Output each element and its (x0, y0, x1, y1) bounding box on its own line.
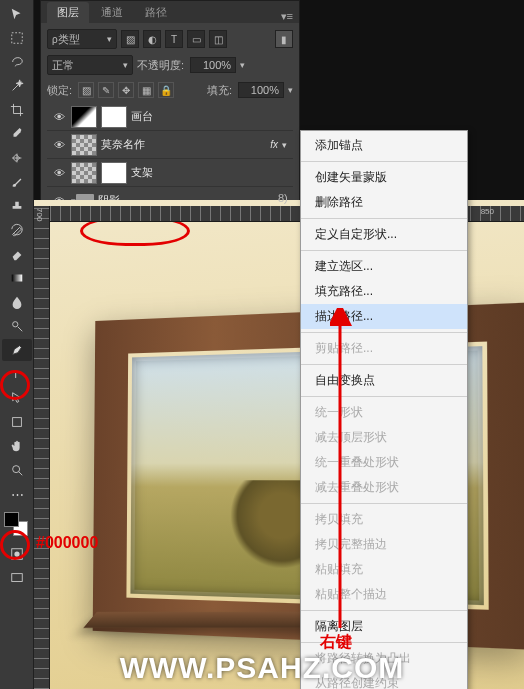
filter-pixel-icon[interactable]: ▨ (121, 30, 139, 48)
layer-row[interactable]: 👁支架 (47, 159, 293, 187)
tab-channels[interactable]: 通道 (91, 2, 133, 23)
ruler-v-num: 700 (35, 208, 44, 221)
layer-thumb (71, 106, 97, 128)
layer-filter-type[interactable]: ρ 类型▾ (47, 29, 117, 49)
ruler-h-num: 850 (481, 207, 494, 216)
lock-label: 锁定: (47, 83, 72, 98)
context-menu: 添加锚点 创建矢量蒙版 删除路径 定义自定形状... 建立选区... 填充路径.… (300, 130, 468, 689)
fx-expand-icon[interactable]: ▾ (282, 140, 287, 150)
stamp-tool[interactable] (2, 195, 32, 217)
ctx-paste-fill: 粘贴填充 (301, 557, 467, 582)
blur-tool[interactable] (2, 291, 32, 313)
lasso-tool[interactable] (2, 51, 32, 73)
filter-text-icon[interactable]: T (165, 30, 183, 48)
marquee-tool[interactable] (2, 27, 32, 49)
filter-toggle[interactable]: ▮ (275, 30, 293, 48)
svg-point-5 (13, 466, 20, 473)
layer-name: 莫奈名作 (101, 137, 270, 152)
layer-thumb (71, 134, 97, 156)
svg-rect-8 (12, 574, 23, 582)
zoom-tool[interactable] (2, 459, 32, 481)
move-tool[interactable] (2, 3, 32, 25)
ctx-sub-overlap: 减去重叠处形状 (301, 475, 467, 500)
layer-row[interactable]: 👁莫奈名作fx▾ (47, 131, 293, 159)
opacity-input[interactable]: 100% (190, 57, 236, 73)
svg-point-2 (13, 322, 18, 327)
lock-all-icon[interactable]: 🔒 (158, 82, 174, 98)
ctx-delete-path[interactable]: 删除路径 (301, 190, 467, 215)
visibility-icon[interactable]: 👁 (47, 167, 71, 179)
history-brush-tool[interactable] (2, 219, 32, 241)
ctx-copy-stroke: 拷贝完整描边 (301, 532, 467, 557)
crop-tool[interactable] (2, 99, 32, 121)
svg-rect-1 (12, 275, 23, 282)
anno-right-click: 右键 (320, 632, 352, 653)
ctx-paste-stroke: 粘贴整个描边 (301, 582, 467, 607)
fill-label: 填充: (207, 83, 232, 98)
eyedropper-tool[interactable] (2, 123, 32, 145)
filter-smart-icon[interactable]: ◫ (209, 30, 227, 48)
lock-pos-icon[interactable]: ✥ (118, 82, 134, 98)
lock-artboard-icon[interactable]: ▦ (138, 82, 154, 98)
ctx-custom-shape[interactable]: 定义自定形状... (301, 222, 467, 247)
ctx-make-selection[interactable]: 建立选区... (301, 254, 467, 279)
quick-mask[interactable] (2, 543, 32, 565)
filter-label: 类型 (58, 32, 80, 47)
blend-mode-value: 正常 (52, 58, 74, 73)
ctx-sub-top-shape: 减去顶层形状 (301, 425, 467, 450)
ctx-unify-overlap: 统一重叠处形状 (301, 450, 467, 475)
layer-thumb (71, 162, 97, 184)
layer-name: 画台 (131, 109, 287, 124)
svg-rect-4 (13, 418, 22, 427)
ctx-stroke-path[interactable]: 描边路径... (301, 304, 467, 329)
gradient-tool[interactable] (2, 267, 32, 289)
ruler-vertical[interactable]: 700 (34, 206, 50, 689)
shape-tool[interactable] (2, 411, 32, 433)
layer-mask-thumb (101, 106, 127, 128)
color-swatch[interactable] (4, 512, 28, 536)
fill-input[interactable]: 100% (238, 82, 284, 98)
ctx-unify-shape: 统一形状 (301, 400, 467, 425)
lock-paint-icon[interactable]: ✎ (98, 82, 114, 98)
ctx-fill-path[interactable]: 填充路径... (301, 279, 467, 304)
screen-mode[interactable] (2, 567, 32, 589)
opacity-label: 不透明度: (137, 58, 184, 73)
svg-rect-0 (12, 33, 23, 44)
dodge-tool[interactable] (2, 315, 32, 337)
anno-hex: #000000 (36, 534, 98, 552)
visibility-icon[interactable]: 👁 (47, 139, 71, 151)
layer-mask-thumb (101, 162, 127, 184)
hand-tool[interactable] (2, 435, 32, 457)
ctx-clip-path: 剪贴路径... (301, 336, 467, 361)
visibility-icon[interactable]: 👁 (47, 111, 71, 123)
layer-row[interactable]: 👁画台 (47, 103, 293, 131)
tool-palette: T ⋯ (0, 0, 34, 689)
ctx-create-vector-mask[interactable]: 创建矢量蒙版 (301, 165, 467, 190)
fx-badge[interactable]: fx (270, 139, 278, 150)
brush-tool[interactable] (2, 171, 32, 193)
ctx-add-anchor[interactable]: 添加锚点 (301, 133, 467, 158)
wand-tool[interactable] (2, 75, 32, 97)
svg-point-7 (14, 551, 19, 556)
tab-paths[interactable]: 路径 (135, 2, 177, 23)
edit-toolbar[interactable]: ⋯ (2, 483, 32, 505)
type-tool[interactable]: T (2, 363, 32, 385)
lock-trans-icon[interactable]: ▨ (78, 82, 94, 98)
panel-menu-icon[interactable]: ▾≡ (281, 10, 293, 23)
eraser-tool[interactable] (2, 243, 32, 265)
ctx-free-transform[interactable]: 自由变换点 (301, 368, 467, 393)
heal-tool[interactable] (2, 147, 32, 169)
filter-shape-icon[interactable]: ▭ (187, 30, 205, 48)
path-select-tool[interactable] (2, 387, 32, 409)
watermark: WWW.PSAHZ.COM (0, 651, 524, 685)
svg-text:T: T (13, 369, 19, 380)
pen-tool[interactable] (2, 339, 32, 361)
ctx-copy-fill: 拷贝填充 (301, 507, 467, 532)
tab-layers[interactable]: 图层 (47, 2, 89, 23)
blend-mode-select[interactable]: 正常▾ (47, 55, 133, 75)
layer-name: 支架 (131, 165, 287, 180)
doc-tab-fragment: 8) (278, 192, 288, 204)
filter-adjust-icon[interactable]: ◐ (143, 30, 161, 48)
